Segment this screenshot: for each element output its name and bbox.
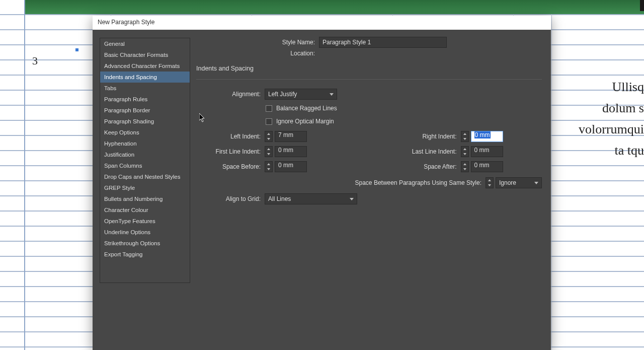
first-line-indent-spinner[interactable] (265, 146, 273, 157)
page-header-image (25, 0, 644, 14)
style-name-input[interactable]: Paragraph Style 1 (319, 37, 447, 48)
sidebar-item-paragraph-shading[interactable]: Paragraph Shading (100, 116, 190, 127)
sidebar-item-indents-and-spacing[interactable]: Indents and Spacing (100, 72, 190, 83)
sidebar-item-hyphenation[interactable]: Hyphenation (100, 138, 190, 149)
space-between-same-label: Space Between Paragraphs Using Same Styl… (355, 179, 486, 186)
dialog-main-panel: Style Name: Paragraph Style 1 Location: … (190, 30, 551, 350)
sidebar-item-tabs[interactable]: Tabs (100, 83, 190, 94)
space-before-spinner[interactable] (265, 161, 273, 172)
sidebar-item-span-columns[interactable]: Span Columns (100, 160, 190, 171)
sidebar-item-grep-style[interactable]: GREP Style (100, 182, 190, 193)
right-panel-edge (640, 0, 644, 11)
new-paragraph-style-dialog: New Paragraph Style General Basic Charac… (93, 16, 551, 350)
page-number: 3 (32, 54, 38, 67)
sidebar-item-justification[interactable]: Justification (100, 149, 190, 160)
sidebar-item-basic-character-formats[interactable]: Basic Character Formats (100, 49, 190, 60)
sidebar-item-bullets-numbering[interactable]: Bullets and Numbering (100, 193, 190, 204)
sidebar-item-export-tagging[interactable]: Export Tagging (100, 249, 190, 260)
right-indent-label: Right Indent: (389, 133, 461, 140)
category-sidebar: General Basic Character Formats Advanced… (100, 38, 190, 283)
sidebar-item-advanced-character-formats[interactable]: Advanced Character Formats (100, 60, 190, 72)
dialog-title: New Paragraph Style (93, 16, 551, 30)
right-indent-spinner[interactable] (461, 131, 469, 142)
sidebar-item-general[interactable]: General (100, 38, 190, 49)
frame-handle[interactable] (75, 48, 78, 51)
last-line-indent-spinner[interactable] (461, 146, 469, 157)
alignment-select[interactable]: Left Justify (265, 89, 337, 100)
align-to-grid-label: Align to Grid: (206, 195, 265, 202)
location-label: Location: (196, 50, 319, 57)
sidebar-item-paragraph-border[interactable]: Paragraph Border (100, 105, 190, 116)
left-indent-input[interactable]: 7 mm (275, 131, 307, 142)
left-indent-label: Left Indent: (206, 133, 265, 140)
last-line-indent-label: Last Line Indent: (389, 148, 461, 155)
chevron-down-icon (534, 182, 538, 184)
space-between-same-spinner[interactable] (486, 177, 494, 188)
sidebar-item-paragraph-rules[interactable]: Paragraph Rules (100, 94, 190, 105)
balance-ragged-label: Balance Ragged Lines (276, 105, 337, 112)
body-text-frame: Ullisq dolum s volorrumqui ta tqu (548, 77, 644, 161)
space-after-label: Space After: (389, 163, 461, 170)
sidebar-item-strikethrough-options[interactable]: Strikethrough Options (100, 238, 190, 249)
style-name-label: Style Name: (196, 39, 319, 46)
sidebar-item-opentype-features[interactable]: OpenType Features (100, 216, 190, 227)
alignment-label: Alignment: (206, 91, 265, 98)
first-line-indent-label: First Line Indent: (206, 148, 265, 155)
panel-title: Indents and Spacing (196, 65, 542, 72)
chevron-down-icon (350, 198, 354, 200)
align-to-grid-select[interactable]: All Lines (265, 193, 357, 204)
left-indent-spinner[interactable] (265, 131, 273, 142)
sidebar-item-keep-options[interactable]: Keep Options (100, 127, 190, 138)
chevron-down-icon (330, 93, 334, 96)
space-after-input[interactable]: 0 mm (471, 161, 503, 172)
sidebar-item-drop-caps[interactable]: Drop Caps and Nested Styles (100, 171, 190, 182)
space-after-spinner[interactable] (461, 161, 469, 172)
last-line-indent-input[interactable]: 0 mm (471, 146, 503, 157)
first-line-indent-input[interactable]: 0 mm (275, 146, 307, 157)
space-before-input[interactable]: 0 mm (275, 161, 307, 172)
sidebar-item-character-colour[interactable]: Character Colour (100, 204, 190, 216)
ignore-optical-checkbox[interactable] (266, 118, 272, 125)
balance-ragged-checkbox[interactable] (266, 105, 272, 112)
space-before-label: Space Before: (206, 163, 265, 170)
space-between-same-select[interactable]: Ignore (496, 177, 542, 188)
sidebar-item-underline-options[interactable]: Underline Options (100, 227, 190, 238)
ignore-optical-label: Ignore Optical Margin (276, 118, 334, 125)
right-indent-input[interactable]: 0 mm (471, 131, 503, 142)
